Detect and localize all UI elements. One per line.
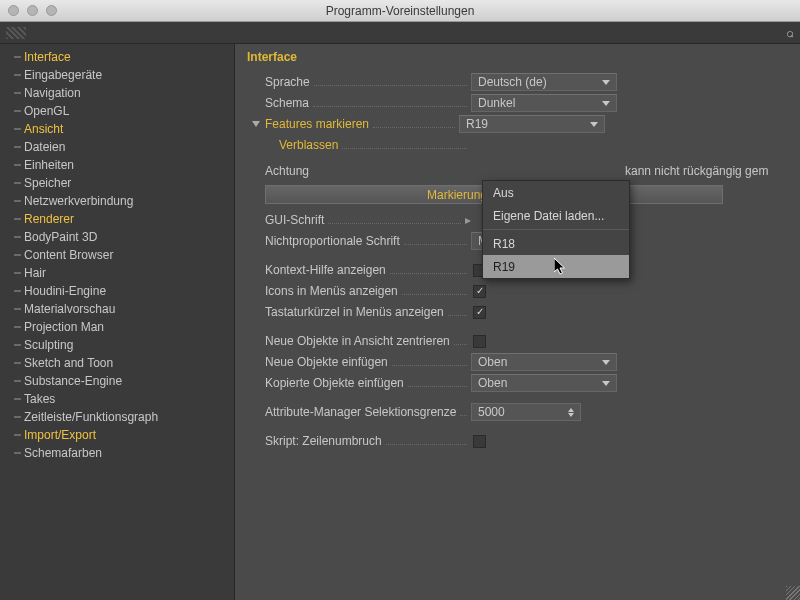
sidebar-item[interactable]: Einheiten <box>0 156 234 174</box>
row-icons-menus: Icons in Menüs anzeigen <box>245 281 790 301</box>
sidebar-item[interactable]: Content Browser <box>0 246 234 264</box>
preferences-content: Interface Sprache Deutsch (de) Schema Du… <box>235 44 800 600</box>
label-shortcuts-menus: Tastaturkürzel in Menüs anzeigen <box>265 305 444 319</box>
dropdown-item[interactable]: R18 <box>483 232 629 255</box>
sidebar-item[interactable]: OpenGL <box>0 102 234 120</box>
dropdown-item[interactable]: Aus <box>483 181 629 204</box>
titlebar: Programm-Voreinstellungen <box>0 0 800 22</box>
label-scheme: Schema <box>265 96 309 110</box>
sidebar-item[interactable]: Renderer <box>0 210 234 228</box>
sidebar-item-label: OpenGL <box>24 104 69 118</box>
sidebar-item-label: Sculpting <box>24 338 73 352</box>
checkbox-shortcuts-menus[interactable] <box>473 306 486 319</box>
dropdown-item[interactable]: Eigene Datei laden... <box>483 204 629 227</box>
dock-grip-icon[interactable] <box>6 27 26 39</box>
sidebar-item-label: Takes <box>24 392 55 406</box>
sidebar-item[interactable]: Houdini-Engine <box>0 282 234 300</box>
sidebar-item-label: Sketch and Toon <box>24 356 113 370</box>
sidebar-item[interactable]: Navigation <box>0 84 234 102</box>
label-gui-font: GUI-Schrift <box>265 213 324 227</box>
sidebar-item[interactable]: Dateien <box>0 138 234 156</box>
row-shortcuts-menus: Tastaturkürzel in Menüs anzeigen <box>245 302 790 322</box>
select-insert-copied[interactable]: Oben <box>471 374 617 392</box>
checkbox-icons-menus[interactable] <box>473 285 486 298</box>
dropdown-item[interactable]: R19 <box>483 255 629 278</box>
sidebar-item[interactable]: Zeitleiste/Funktionsgraph <box>0 408 234 426</box>
sidebar-item-label: Substance-Engine <box>24 374 122 388</box>
search-icon[interactable]: ⌕ <box>786 25 794 40</box>
sidebar-item[interactable]: Hair <box>0 264 234 282</box>
sidebar-item[interactable]: Schemafarben <box>0 444 234 462</box>
features-dropdown[interactable]: AusEigene Datei laden...R18R19 <box>482 180 630 279</box>
label-attr-limit: Attribute-Manager Selektionsgrenze <box>265 405 456 419</box>
select-language[interactable]: Deutsch (de) <box>471 73 617 91</box>
chevron-down-icon <box>602 101 610 106</box>
sidebar-item-label: Eingabegeräte <box>24 68 102 82</box>
sidebar-item[interactable]: Eingabegeräte <box>0 66 234 84</box>
sidebar-item[interactable]: Speicher <box>0 174 234 192</box>
chevron-down-icon <box>590 122 598 127</box>
warning-text: kann nicht rückgängig gem <box>625 164 768 178</box>
chevron-down-icon <box>602 80 610 85</box>
sidebar-item[interactable]: BodyPaint 3D <box>0 228 234 246</box>
select-insert-new[interactable]: Oben <box>471 353 617 371</box>
sidebar-item-label: Zeitleiste/Funktionsgraph <box>24 410 158 424</box>
sidebar-item-label: Renderer <box>24 212 74 226</box>
sidebar-item[interactable]: Takes <box>0 390 234 408</box>
label-script-wrap: Skript: Zeilenumbruch <box>265 434 382 448</box>
sidebar-item-label: Einheiten <box>24 158 74 172</box>
chevron-down-icon <box>602 360 610 365</box>
checkbox-script-wrap[interactable] <box>473 435 486 448</box>
row-insert-new: Neue Objekte einfügen Oben <box>245 352 790 372</box>
sidebar-item[interactable]: Interface <box>0 48 234 66</box>
sidebar-item-label: Houdini-Engine <box>24 284 106 298</box>
select-scheme[interactable]: Dunkel <box>471 94 617 112</box>
checkbox-center-new[interactable] <box>473 335 486 348</box>
main-area: InterfaceEingabegeräteNavigationOpenGLAn… <box>0 44 800 600</box>
label-fade: Verblassen <box>279 138 338 152</box>
sidebar-item[interactable]: Substance-Engine <box>0 372 234 390</box>
row-features: Features markieren R19 <box>245 114 790 134</box>
sidebar-item-label: Content Browser <box>24 248 113 262</box>
row-script-wrap: Skript: Zeilenumbruch <box>245 431 790 451</box>
sidebar-item-label: Ansicht <box>24 122 63 136</box>
label-features: Features markieren <box>265 117 369 131</box>
sidebar-item-label: Dateien <box>24 140 65 154</box>
label-insert-copied: Kopierte Objekte einfügen <box>265 376 404 390</box>
toolbar: ⌕ <box>0 22 800 44</box>
label-insert-new: Neue Objekte einfügen <box>265 355 388 369</box>
sidebar-item[interactable]: Ansicht <box>0 120 234 138</box>
row-language: Sprache Deutsch (de) <box>245 72 790 92</box>
sidebar-item-label: Speicher <box>24 176 71 190</box>
sidebar-item-label: Interface <box>24 50 71 64</box>
select-features[interactable]: R19 <box>459 115 605 133</box>
chevron-down-icon <box>602 381 610 386</box>
window-title: Programm-Voreinstellungen <box>0 4 800 18</box>
input-attr-limit[interactable]: 5000 <box>471 403 581 421</box>
sidebar-item[interactable]: Sculpting <box>0 336 234 354</box>
label-warning: Achtung <box>265 164 309 178</box>
sidebar-item-label: Hair <box>24 266 46 280</box>
row-fade: Verblassen <box>245 135 790 155</box>
row-center-new: Neue Objekte in Ansicht zentrieren <box>245 331 790 351</box>
sidebar-item-label: Schemafarben <box>24 446 102 460</box>
sidebar-item-label: Import/Export <box>24 428 96 442</box>
disclosure-triangle-icon[interactable] <box>252 121 260 127</box>
label-center-new: Neue Objekte in Ansicht zentrieren <box>265 334 450 348</box>
sidebar-item-label: Navigation <box>24 86 81 100</box>
panel-title: Interface <box>245 50 790 64</box>
label-icons-menus: Icons in Menüs anzeigen <box>265 284 398 298</box>
sidebar-item-label: BodyPaint 3D <box>24 230 97 244</box>
sidebar-item[interactable]: Import/Export <box>0 426 234 444</box>
preferences-sidebar: InterfaceEingabegeräteNavigationOpenGLAn… <box>0 44 235 600</box>
label-context-help: Kontext-Hilfe anzeigen <box>265 263 386 277</box>
label-mono-font: Nichtproportionale Schrift <box>265 234 400 248</box>
sidebar-item-label: Materialvorschau <box>24 302 115 316</box>
sidebar-item[interactable]: Projection Man <box>0 318 234 336</box>
resize-grip-icon[interactable] <box>786 586 800 600</box>
sidebar-item[interactable]: Sketch and Toon <box>0 354 234 372</box>
row-insert-copied: Kopierte Objekte einfügen Oben <box>245 373 790 393</box>
sidebar-item[interactable]: Materialvorschau <box>0 300 234 318</box>
sidebar-item-label: Projection Man <box>24 320 104 334</box>
sidebar-item[interactable]: Netzwerkverbindung <box>0 192 234 210</box>
